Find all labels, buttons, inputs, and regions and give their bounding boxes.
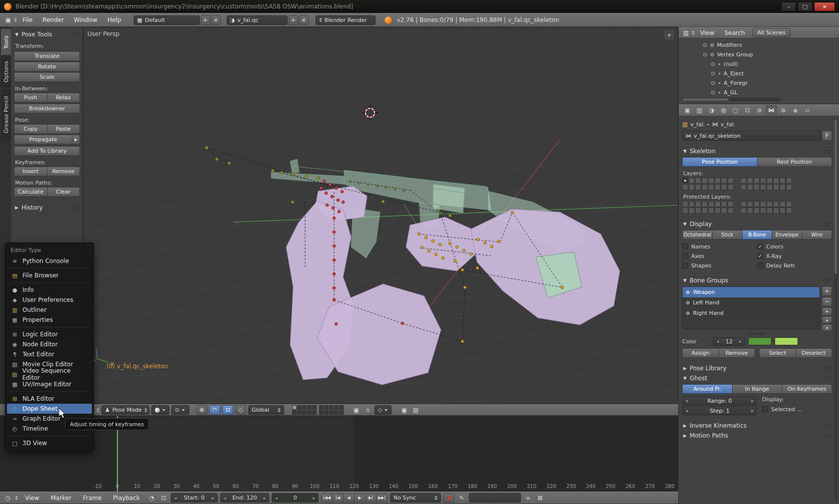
layer-cell[interactable] [728, 184, 734, 190]
editor-type-option-user-preferences[interactable]: ◆User Preferences [7, 295, 92, 305]
layer-cell[interactable] [760, 201, 766, 207]
properties-tab-1[interactable]: ▥ [694, 105, 705, 116]
add-layout-button[interactable]: + [201, 15, 210, 25]
sync-mode-selector[interactable]: No Sync [390, 493, 441, 503]
insert-keyframe-button[interactable]: Insert [14, 167, 47, 176]
axes-checkbox[interactable] [682, 253, 688, 259]
layer-cell[interactable] [780, 184, 786, 190]
expand-icon[interactable]: ⊙ [703, 51, 707, 58]
layer-cell[interactable] [760, 208, 766, 214]
panel-header-motion-paths[interactable]: ▶ Motion Paths [682, 431, 832, 441]
protected-layers-grid[interactable] [682, 201, 832, 214]
layer-toggle[interactable] [339, 405, 344, 410]
outliner-item-a-eject[interactable]: ⊙∙A_Eject [679, 69, 839, 78]
increment-icon[interactable]: ▸ [751, 408, 754, 413]
jump-next-keyframe-button[interactable]: ▶| [365, 494, 377, 503]
menu-file[interactable]: File [18, 16, 37, 23]
properties-tab-10[interactable]: ▱ [802, 105, 813, 116]
layer-cell[interactable] [695, 208, 701, 214]
ghost-step-spinner[interactable]: ◂ Step: 1 ▸ [682, 406, 757, 415]
maximize-button[interactable]: □ [798, 2, 813, 11]
editor-type-option-properties[interactable]: ▦Properties [7, 315, 92, 325]
expand-icon[interactable]: ⊙ [711, 61, 715, 67]
properties-tab-4[interactable]: ▢ [730, 105, 741, 116]
layer-cell[interactable] [741, 208, 747, 214]
panel-drag-icon[interactable] [72, 32, 79, 37]
layer-cell[interactable] [754, 178, 760, 184]
layer-cell[interactable] [773, 201, 779, 207]
add-bone-group-button[interactable]: + [822, 286, 832, 296]
layer-cell[interactable] [715, 208, 721, 214]
panel-drag-icon[interactable] [824, 376, 831, 381]
editor-type-option-file-browser[interactable]: ▤File Browser [7, 270, 92, 280]
names-checkbox[interactable] [682, 244, 688, 250]
layer-toggle[interactable] [297, 410, 302, 415]
insert-keyframe-link-icon[interactable]: ∞ [523, 493, 533, 503]
panel-drag-icon[interactable] [824, 434, 831, 438]
jump-prev-keyframe-button[interactable]: |◀ [332, 494, 344, 503]
calculate-paths-button[interactable]: Calculate [14, 187, 47, 197]
layer-cell[interactable] [747, 184, 753, 190]
expand-icon[interactable]: ⊙ [703, 42, 707, 48]
panel-drag-icon[interactable] [824, 278, 831, 283]
layer-cell[interactable] [708, 178, 714, 184]
panel-drag-icon[interactable] [824, 149, 831, 154]
panel-header-bone-groups[interactable]: ▼ Bone Groups [682, 275, 832, 285]
manipulator-orientation-icon[interactable]: ◇ [235, 405, 246, 415]
display-mode-envelope-button[interactable]: Envelope [772, 230, 802, 240]
layer-cell[interactable] [708, 201, 714, 207]
panel-drag-icon[interactable] [824, 424, 831, 428]
editor-type-timeline-icon[interactable]: ◷ [3, 493, 12, 503]
layer-toggle[interactable] [297, 405, 302, 410]
auto-keyframe-record-button[interactable]: ● [443, 494, 454, 503]
layer-cell[interactable] [715, 201, 721, 207]
decrement-icon[interactable]: ◂ [686, 408, 688, 413]
delete-keyframe-icon[interactable]: ⊠ [535, 493, 545, 503]
display-mode-wire-button[interactable]: Wire [802, 230, 832, 240]
render-engine-selector[interactable]: Blender Render [316, 15, 376, 25]
ghost-in-range-button[interactable]: In Range [732, 384, 783, 394]
layer-cell[interactable] [741, 184, 747, 190]
menu-view[interactable]: View [20, 495, 43, 502]
menu-outliner-view[interactable]: View [696, 29, 719, 36]
layer-cell[interactable] [786, 178, 792, 184]
panel-header-history[interactable]: ▶ History [14, 203, 80, 213]
layer-cell[interactable] [715, 178, 721, 184]
fake-user-button[interactable]: F [822, 131, 832, 141]
remove-scene-button[interactable]: × [299, 15, 309, 25]
display-mode-octahedral-button[interactable]: Octahedral [682, 230, 713, 240]
layer-cell[interactable] [721, 184, 727, 190]
layer-toggle[interactable] [307, 410, 312, 415]
panel-drag-icon[interactable] [824, 366, 831, 371]
panel-drag-icon[interactable] [72, 206, 79, 210]
viewport-3d[interactable]: y User Persp (0) v_fal.qc_skeleton + [83, 27, 678, 404]
layer-cell[interactable] [721, 178, 727, 184]
menu-render[interactable]: Render [38, 16, 68, 23]
layer-cell[interactable] [773, 208, 779, 214]
clear-paths-button[interactable]: Clear [47, 187, 80, 197]
tab-grease-pencil[interactable]: Grease Pencil [1, 89, 11, 141]
active-keying-set-field[interactable] [469, 493, 521, 503]
editor-type-option-node-editor[interactable]: ◉Node Editor [7, 339, 92, 349]
screen-layout-selector[interactable]: ▦ Default [134, 15, 200, 25]
layers-widget[interactable] [292, 405, 344, 415]
scene-selector[interactable]: ◑ v_fal.qc [227, 15, 288, 25]
layer-toggle[interactable] [307, 405, 312, 410]
layer-toggle[interactable] [312, 405, 317, 410]
layer-cell[interactable] [689, 208, 695, 214]
layer-cell[interactable] [773, 184, 779, 190]
menu-playback[interactable]: Playback [108, 495, 144, 502]
editor-type-option-video-sequence-editor[interactable]: ▨Video Sequence Editor [7, 369, 92, 379]
layer-cell[interactable] [689, 178, 695, 184]
minimize-button[interactable]: – [781, 2, 796, 11]
menu-help[interactable]: Help [103, 16, 125, 23]
layer-toggle[interactable] [339, 410, 344, 415]
expand-icon[interactable]: ⊙ [711, 80, 715, 86]
layer-cell[interactable] [773, 178, 779, 184]
color-set-spinner[interactable]: ◂ 12 ▸ [713, 337, 745, 346]
ghost-around-frame-button[interactable]: Around Fr. [682, 384, 733, 394]
outliner-item-a-foregr[interactable]: ⊙∙A_Foregr [679, 78, 839, 88]
editor-type-option-nla-editor[interactable]: ⊟NLA Editor [7, 394, 92, 404]
snap-element-selector[interactable]: ◇ [375, 405, 392, 415]
open-properties-region-button[interactable]: + [665, 30, 674, 39]
